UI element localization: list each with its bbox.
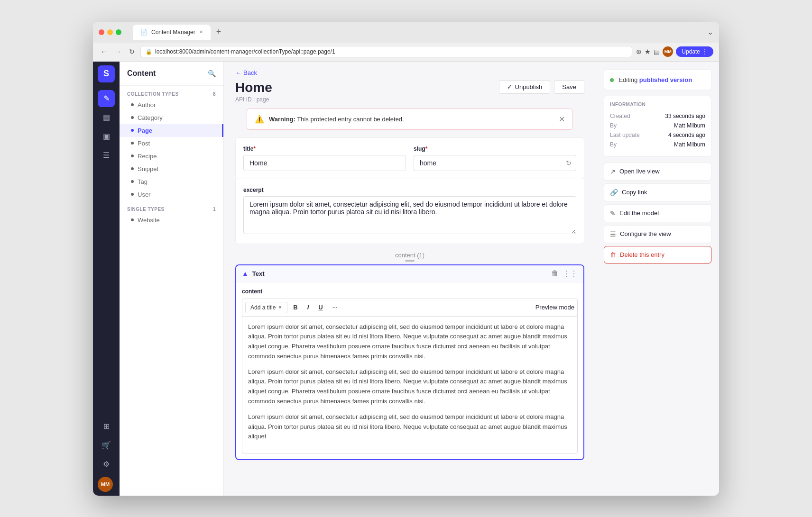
- maximize-traffic-light[interactable]: [116, 29, 121, 35]
- open-live-view-link[interactable]: ↗ Open live view: [604, 163, 711, 181]
- excerpt-field-group: excerpt Lorem ipsum dolor sit amet, cons…: [243, 187, 576, 236]
- underline-button[interactable]: U: [314, 302, 326, 313]
- traffic-lights: [99, 29, 121, 35]
- api-id: API ID : page: [235, 96, 272, 103]
- rail-icon-settings[interactable]: ⚙: [98, 456, 115, 473]
- excerpt-label: excerpt: [243, 187, 576, 193]
- italic-button[interactable]: I: [304, 302, 313, 313]
- nav-dot-icon: [131, 154, 134, 157]
- more-options-button[interactable]: ···: [329, 302, 341, 313]
- save-button[interactable]: Save: [554, 80, 584, 94]
- title-input[interactable]: [243, 155, 406, 171]
- rail-icon-content[interactable]: ✎: [98, 90, 115, 107]
- tab-close-icon[interactable]: ✕: [199, 29, 203, 35]
- slug-label: slug*: [414, 145, 576, 152]
- header-actions: ✓ Unpublish Save: [499, 80, 584, 94]
- user-avatar[interactable]: MM: [98, 477, 113, 492]
- back-button[interactable]: ←: [99, 47, 109, 56]
- bookmark-icon[interactable]: ★: [645, 48, 651, 55]
- window-dropdown-icon[interactable]: ⌄: [707, 27, 713, 36]
- refresh-button[interactable]: ↻: [127, 47, 137, 56]
- sidebar-item-user[interactable]: User: [120, 188, 223, 201]
- rail-icon-store[interactable]: 🛒: [98, 437, 115, 454]
- address-box[interactable]: 🔒 localhost:8000/admin/content-manager/c…: [140, 46, 632, 57]
- created-by-label: By: [610, 122, 617, 129]
- paragraph-3: Lorem ipsum dolor sit amet, consectetur …: [248, 412, 572, 442]
- page-title-row: Home API ID : page ✓ Unpublish Save: [235, 80, 584, 103]
- sidebar: Content 🔍 COLLECTION TYPES 8 Author Cate…: [120, 62, 224, 496]
- edit-model-link[interactable]: ✎ Edit the model: [604, 204, 711, 222]
- sidebar-item-category[interactable]: Category: [120, 111, 223, 124]
- delete-entry-button[interactable]: 🗑 Delete this entry: [604, 246, 711, 263]
- last-update-value: 4 seconds ago: [668, 132, 705, 138]
- configure-view-link[interactable]: ☰ Configure the view: [604, 225, 711, 243]
- bold-button[interactable]: B: [289, 302, 301, 313]
- add-title-button[interactable]: Add a title ▼: [245, 302, 287, 313]
- rail-icon-video[interactable]: ▣: [98, 128, 115, 145]
- block-collapse-button[interactable]: ▲: [242, 270, 249, 277]
- sidebar-item-tag-label: Tag: [138, 178, 148, 185]
- back-link-label: Back: [243, 69, 257, 76]
- app-logo[interactable]: S: [98, 65, 115, 82]
- last-update-label: Last update: [610, 132, 640, 138]
- profile-avatar[interactable]: MM: [663, 46, 673, 57]
- status-highlight: published version: [639, 76, 692, 83]
- sidebar-item-page-label: Page: [138, 127, 152, 134]
- delete-icon: 🗑: [610, 251, 616, 258]
- configure-view-icon: ☰: [610, 230, 616, 238]
- sidebar-item-tag[interactable]: Tag: [120, 175, 223, 188]
- lock-icon: 🔒: [146, 49, 152, 55]
- add-title-chevron-icon: ▼: [277, 305, 282, 310]
- slug-refresh-button[interactable]: ↻: [566, 159, 572, 167]
- content-header: ← Back Home API ID : page ✓ Unpublish: [224, 62, 596, 130]
- back-link[interactable]: ← Back: [235, 69, 584, 76]
- rail-icon-list[interactable]: ☰: [98, 147, 115, 164]
- warning-close-button[interactable]: ✕: [559, 115, 565, 124]
- slug-input[interactable]: [414, 155, 576, 171]
- status-text: Editing published version: [618, 76, 692, 83]
- page-title: Home: [235, 80, 272, 95]
- sidebar-item-user-label: User: [138, 191, 150, 198]
- block-delete-button[interactable]: 🗑: [551, 269, 559, 278]
- sidebar-toggle-icon[interactable]: ▤: [654, 48, 660, 55]
- browser-tab[interactable]: 📄 Content Manager ✕: [133, 25, 211, 40]
- warning-strong: Warning:: [269, 116, 295, 123]
- paragraph-1: Lorem ipsum dolor sit amet, consectetur …: [248, 322, 572, 362]
- forward-button[interactable]: →: [113, 47, 123, 56]
- block-body: content Add a title ▼ B I U ··· Pre: [236, 282, 583, 460]
- block-more-button[interactable]: ⋮⋮: [563, 269, 578, 278]
- unpublish-button[interactable]: ✓ Unpublish: [499, 80, 551, 94]
- delete-entry-label: Delete this entry: [620, 251, 664, 258]
- sidebar-item-author[interactable]: Author: [120, 99, 223, 111]
- sidebar-item-snippet[interactable]: Snippet: [120, 163, 223, 175]
- sidebar-item-website[interactable]: Website: [120, 214, 223, 227]
- minimize-traffic-light[interactable]: [107, 29, 113, 35]
- warning-banner: ⚠️ Warning: This protected entry cannot …: [247, 109, 573, 130]
- copy-link-label: Copy link: [622, 189, 647, 196]
- rail-icon-plugins[interactable]: ⊞: [98, 418, 115, 435]
- icon-rail: S ✎ ▤ ▣ ☰ ⊞ 🛒 ⚙ MM: [93, 62, 120, 496]
- sidebar-item-page[interactable]: Page: [120, 124, 223, 137]
- sidebar-item-author-label: Author: [138, 101, 156, 109]
- copy-link-link[interactable]: 🔗 Copy link: [604, 183, 711, 201]
- excerpt-textarea[interactable]: Lorem ipsum dolor sit amet, consectetur …: [243, 196, 576, 234]
- sidebar-search-button[interactable]: 🔍: [208, 70, 216, 77]
- content-block-label: content (1): [235, 252, 584, 259]
- new-tab-button[interactable]: +: [216, 27, 221, 37]
- tab-title: Content Manager: [151, 29, 195, 36]
- collection-types-label: COLLECTION TYPES 8: [120, 86, 223, 99]
- sidebar-item-post[interactable]: Post: [120, 137, 223, 150]
- update-button[interactable]: Update ⋮: [676, 46, 713, 57]
- close-traffic-light[interactable]: [99, 29, 104, 35]
- info-row-created-by: By Matt Milburn: [610, 122, 705, 129]
- created-label: Created: [610, 113, 630, 119]
- slug-field-group: slug* ↻: [414, 145, 576, 171]
- nav-dot-icon: [131, 142, 134, 145]
- sidebar-item-recipe[interactable]: Recipe: [120, 150, 223, 163]
- rail-icon-media[interactable]: ▤: [98, 109, 115, 126]
- preview-mode-button[interactable]: Preview mode: [535, 304, 574, 311]
- editor-content[interactable]: Lorem ipsum dolor sit amet, consectetur …: [242, 317, 578, 454]
- nav-dot-icon: [131, 167, 134, 170]
- info-row-created: Created 33 seconds ago: [610, 113, 705, 119]
- extension-icon[interactable]: ⊕: [636, 48, 642, 55]
